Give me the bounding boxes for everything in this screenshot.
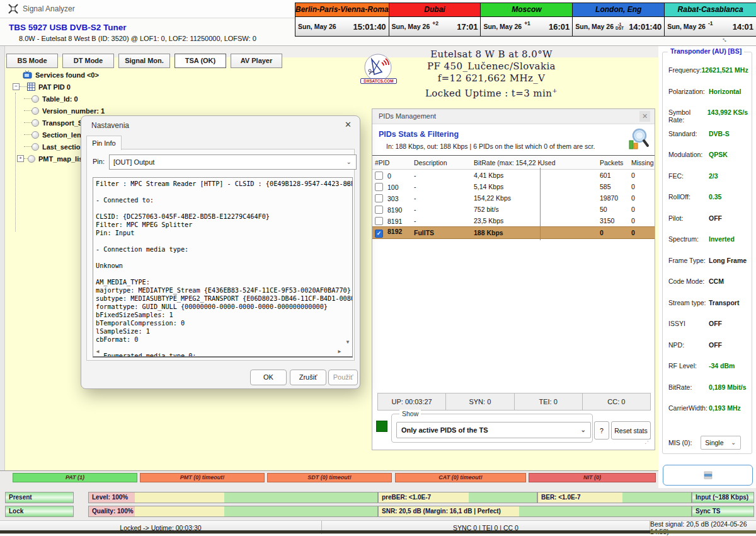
clock-date: Sun, May 26	[298, 23, 336, 30]
scroll-down-icon[interactable]: ▼	[345, 339, 350, 345]
status-led	[376, 421, 387, 432]
close-icon[interactable]: ✕	[639, 111, 650, 122]
pids-management-panel: PIDs Management ✕ PIDs Stats & Filtering…	[372, 108, 655, 450]
column-description[interactable]: Description	[414, 159, 474, 166]
tuner-details: 8.0W - Eutelsat 8 West B (ID: 3520) @ LO…	[19, 35, 256, 42]
scroll-up-icon[interactable]: ▲	[345, 180, 350, 185]
signal-analyzer-window: Signal Analyzer Berlin-Paris-Vienna-Roma…	[0, 0, 756, 536]
clock-city-label: Berlin-Paris-Vienna-Roma	[295, 3, 389, 17]
pid-row[interactable]: 8190 - 752 bit/s 50 0	[372, 204, 655, 215]
pid-row[interactable]: 100 - 5,14 Kbps 585 0	[372, 181, 655, 192]
tuner-name: TBS 5927 USB DVB-S2 Tuner	[9, 23, 127, 32]
bullet-icon	[32, 119, 39, 127]
pin-select[interactable]: [OUT] Output ⌄	[109, 154, 357, 170]
mode-tabs: BS Mode DT Mode Signal Mon. TSA (OK) AV …	[6, 54, 282, 68]
transponder-panel: Transponder (AU) [BS] Frequency:12621,52…	[658, 46, 756, 488]
quality-bar: Quality: 100%	[88, 506, 378, 517]
pids-stats-subtitle: In: 188 Kbps, out: 188 Kbps | 6 PIDs on …	[386, 143, 595, 150]
clock-date: Sun, May 26	[483, 23, 522, 30]
tab-tsa[interactable]: TSA (OK)	[175, 54, 226, 68]
level-bar: Level: 100%	[88, 492, 378, 503]
transponder-row: Symbol Rate:143,992 KS/s	[668, 108, 748, 130]
stream-list-button[interactable]	[663, 465, 753, 486]
help-button[interactable]: ?	[594, 421, 609, 440]
stream-counters: UP: 00:03:27 SYN: 0 TEI: 0 CC: 0	[377, 393, 651, 411]
pid-row[interactable]: 8191 - 23,5 Kbps 3150 0	[372, 215, 655, 226]
clock-time: 15:01:40	[353, 22, 386, 32]
tv-icon	[23, 71, 32, 79]
tab-signal-mon[interactable]: Signal Mon.	[118, 54, 170, 68]
ok-button[interactable]: OK	[250, 370, 287, 385]
annotation-line: Locked Uptime : t=3 min+	[353, 84, 630, 96]
pin-label: Pin:	[93, 158, 105, 165]
tree-item-pat-pid[interactable]: − PAT PID 0	[9, 81, 236, 93]
chevron-down-icon: ⌄	[731, 436, 736, 449]
chevron-down-icon: ⌄	[346, 155, 352, 169]
pid-checkbox[interactable]	[375, 183, 383, 191]
mis-select[interactable]: Single⌄	[701, 436, 741, 450]
input-indicator: Input (~188 Kbps)	[692, 492, 754, 503]
pid-checkbox[interactable]	[375, 217, 383, 225]
tab-dt-mode[interactable]: DT Mode	[62, 54, 114, 68]
apply-button[interactable]: Použiť	[328, 370, 358, 385]
pid-row-selected[interactable]: ✓8192 FullTS 188 Kbps 0 0	[372, 226, 655, 239]
scroll-right-icon[interactable]: ►	[337, 349, 342, 354]
cat-status-bar: CAT (0) timeout!	[395, 473, 526, 482]
clock-time: 17:01	[457, 22, 478, 32]
separator	[372, 155, 655, 156]
transponder-title: Transponder (AU) [BS]	[668, 47, 744, 55]
transponder-row: Pilot:OFF	[668, 214, 748, 236]
column-pid[interactable]: ^#PID	[372, 159, 414, 166]
nastavenia-dialog: Nastavenia ✕ Pin Info Pin: [OUT] Output …	[81, 115, 360, 389]
show-label: Show	[399, 410, 421, 417]
transponder-row: RollOff:0.35	[668, 193, 748, 214]
clock-date: Sun, May 26	[392, 23, 430, 30]
clock-city-label: Dubai	[389, 3, 481, 17]
list-button-icon	[704, 471, 713, 479]
transponder-row: CarrierWidth:0,193 MHz	[668, 404, 748, 426]
expand-icon[interactable]: +	[17, 155, 24, 162]
tab-av-player[interactable]: AV Player	[231, 54, 282, 68]
tree-guide	[15, 93, 16, 231]
window-edge	[0, 46, 5, 470]
pid-checkbox[interactable]	[375, 206, 383, 214]
transponder-row: Code Mode:CCM	[668, 277, 748, 299]
tree-item-services[interactable]: Services found <0>	[9, 69, 236, 81]
chevron-down-icon: ⌄	[581, 422, 586, 438]
collapse-icon[interactable]: −	[13, 83, 20, 90]
column-bitrate[interactable]: BitRate (max: 154,22 Kb…	[474, 159, 540, 166]
pid-row[interactable]: 0 - 4,41 Kbps 601 0	[372, 170, 655, 181]
pid-checkbox[interactable]	[375, 194, 383, 202]
transponder-row: Frame Type:Long Frame	[668, 257, 748, 278]
column-used[interactable]: Used	[540, 159, 600, 166]
table-icon	[27, 83, 35, 91]
scroll-left-icon[interactable]: ◄	[95, 349, 100, 354]
ber-bar: BER: <1.0E-7	[537, 492, 692, 503]
column-missing[interactable]: Missing	[631, 159, 654, 166]
pid-checkbox-checked[interactable]: ✓	[375, 230, 383, 238]
tab-bs-mode[interactable]: BS Mode	[6, 54, 58, 68]
preber-bar: preBER: <1.0E-7	[378, 492, 537, 503]
search-stats-icon[interactable]	[627, 127, 650, 151]
pid-checkbox[interactable]	[375, 172, 383, 180]
clock-london: London, Eng Sun, May 26-1DST14:01:40	[572, 3, 664, 36]
snr-bar: SNR: 20,5 dB (Margin: 16,1 dB | Perfect)	[378, 506, 692, 517]
cancel-button[interactable]: Zrušiť	[290, 370, 326, 385]
bullet-icon	[28, 155, 35, 163]
sync-ts-indicator: Sync TS	[692, 506, 754, 517]
pin-info-textarea[interactable]: Filter : MPC Stream Reader [HTTP] - CLSI…	[93, 177, 353, 358]
pin-info-text: Filter : MPC Stream Reader [HTTP] - CLSI…	[93, 178, 352, 358]
show-filter-select[interactable]: Only active PIDS of the TS ⌄	[396, 422, 591, 438]
tab-pin-info[interactable]: Pin Info	[86, 136, 122, 150]
clock-date: Sun, May 26	[575, 23, 614, 30]
bottom-status-area: PAT (1) PMT (0) timeout! SDT (0) timeout…	[0, 470, 756, 533]
transponder-row: NPD:OFF	[668, 341, 748, 363]
clock-city-label: Moscow	[481, 3, 572, 17]
close-icon[interactable]: ✕	[345, 120, 352, 129]
tree-item-table-id[interactable]: Table_Id: 0	[9, 93, 236, 105]
resize-grip[interactable]: ⋰	[644, 437, 651, 445]
pid-row[interactable]: 303 - 154,22 Kbps 19870 0	[372, 192, 655, 204]
pids-panel-title: PIDs Management	[379, 112, 436, 120]
clock-city-label: London, Eng	[573, 3, 664, 17]
column-packets[interactable]: Packets	[600, 159, 631, 166]
